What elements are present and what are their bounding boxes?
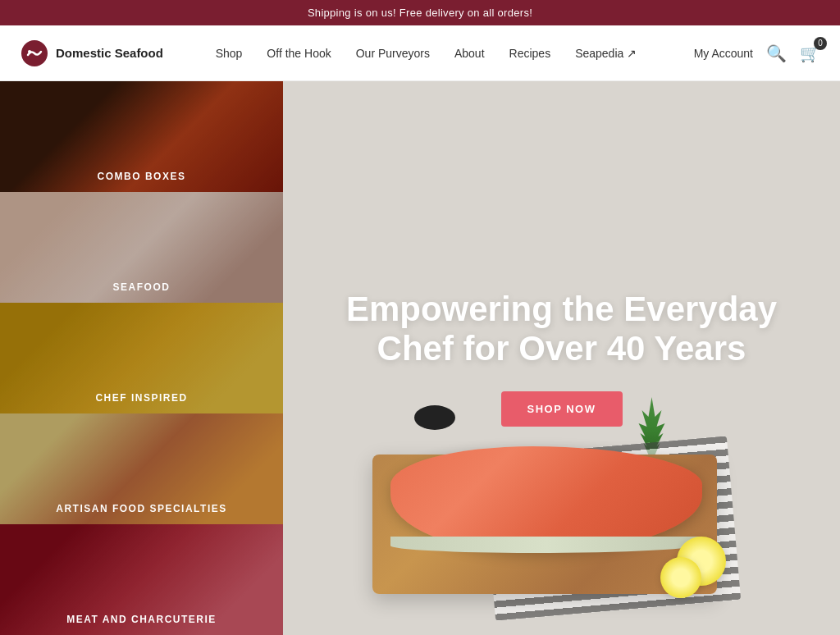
svg-point-1 [28,50,31,53]
logo-icon [20,39,49,68]
nav-item-shop[interactable]: Shop [206,40,253,66]
salmon-fillet-decoration [390,446,702,553]
nav-item-recipes[interactable]: Recipes [500,40,561,66]
sidebar-card-combo-boxes[interactable]: COMBO BOXES [0,81,283,192]
cart-icon[interactable]: 🛒 0 [800,43,820,63]
sidebar-card-seafood[interactable]: SEAFOOD [0,192,283,303]
hero-title: Empowering the Everyday Chef for Over 40… [316,290,807,369]
announcement-text: Shipping is on us! Free delivery on all … [308,7,532,19]
nav-item-our-purveyors[interactable]: Our Purveyors [346,40,440,66]
nav-item-about[interactable]: About [445,40,495,66]
sidebar: COMBO BOXES SEAFOOD CHEF INSPIRED ARTISA… [0,81,283,635]
main-nav: Shop Off the Hook Our Purveyors About Re… [163,40,689,66]
cart-count-badge: 0 [814,37,827,50]
lemon-decoration-2 [660,557,701,598]
header: Domestic Seafood Shop Off the Hook Our P… [0,25,840,81]
sidebar-card-artisan[interactable]: ARTISAN FOOD SPECIALTIES [0,413,283,524]
my-account-link[interactable]: My Account [694,47,753,60]
sidebar-card-label-chef: CHEF INSPIRED [0,392,283,404]
hero: Empowering the Everyday Chef for Over 40… [283,81,840,635]
announcement-bar: Shipping is on us! Free delivery on all … [0,0,840,25]
nav-item-off-the-hook[interactable]: Off the Hook [257,40,340,66]
search-icon[interactable]: 🔍 [766,43,787,63]
sidebar-card-label-seafood: SEAFOOD [0,281,283,293]
shop-now-button[interactable]: SHOP NOW [501,391,623,427]
sidebar-card-chef[interactable]: CHEF INSPIRED [0,303,283,413]
sidebar-card-label-artisan: ARTISAN FOOD SPECIALTIES [0,503,283,514]
logo[interactable]: Domestic Seafood [20,39,163,68]
hero-content: Empowering the Everyday Chef for Over 40… [283,257,840,460]
logo-text: Domestic Seafood [56,46,163,61]
main-layout: COMBO BOXES SEAFOOD CHEF INSPIRED ARTISA… [0,81,840,635]
sidebar-card-label-combo: COMBO BOXES [0,171,283,182]
sidebar-card-label-meat: MEAT AND CHARCUTERIE [0,614,283,625]
sidebar-card-meat[interactable]: MEAT AND CHARCUTERIE [0,524,283,635]
nav-item-seapedia[interactable]: Seapedia ↗ [565,40,646,66]
header-actions: My Account 🔍 🛒 0 [689,43,820,63]
